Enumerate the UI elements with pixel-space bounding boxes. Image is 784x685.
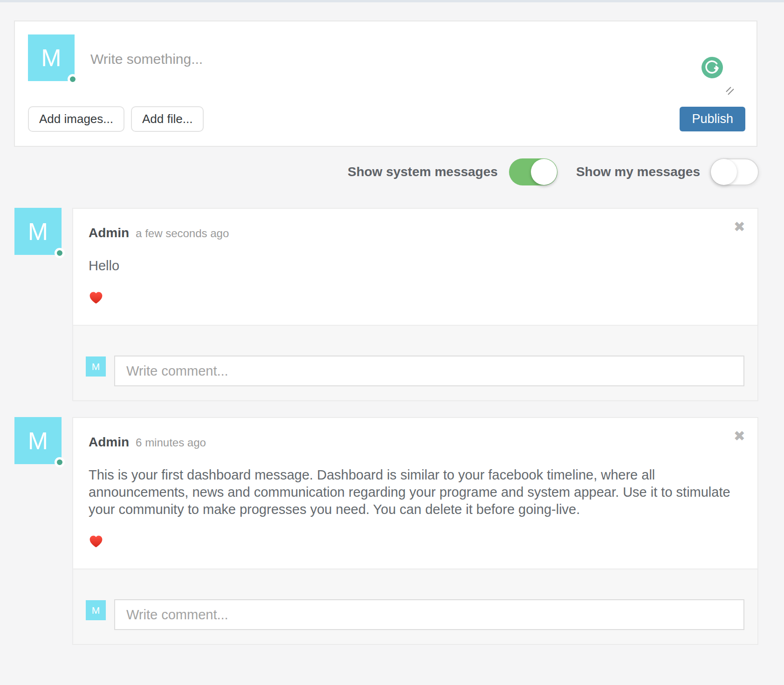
avatar-initial: M xyxy=(28,218,48,246)
post-timestamp: 6 minutes ago xyxy=(136,436,206,449)
write-comment-input[interactable] xyxy=(114,599,744,630)
show-my-messages-toggle[interactable] xyxy=(710,158,759,185)
avatar-initial: M xyxy=(92,605,100,616)
post-avatar-column: M xyxy=(14,417,62,464)
show-system-messages-toggle[interactable] xyxy=(509,158,557,185)
post-avatar-column: M xyxy=(14,208,62,255)
add-file-button[interactable]: Add file... xyxy=(131,106,204,132)
post-header: Admin 6 minutes ago xyxy=(89,435,731,450)
presence-dot xyxy=(55,457,65,467)
publish-button[interactable]: Publish xyxy=(680,107,745,131)
post-timestamp: a few seconds ago xyxy=(136,227,229,240)
top-divider xyxy=(0,0,784,2)
post-item: M Admin 6 minutes ago ✖ This is your fir… xyxy=(14,417,758,645)
heart-emoji[interactable] xyxy=(89,534,103,548)
post-text: Hello xyxy=(89,257,731,274)
close-icon[interactable]: ✖ xyxy=(734,429,745,443)
comment-bar: M xyxy=(73,325,757,400)
composer-footer: Add images... Add file... Publish xyxy=(28,106,745,132)
toggle-knob xyxy=(531,159,557,185)
close-icon[interactable]: ✖ xyxy=(734,220,745,234)
comment-avatar: M xyxy=(86,356,106,377)
post-card: Admin a few seconds ago ✖ Hello M xyxy=(72,208,758,401)
avatar-initial: M xyxy=(41,44,61,72)
heart-emoji[interactable] xyxy=(89,290,103,304)
composer-card: M Add images... Add file... Publish xyxy=(14,21,757,147)
attach-buttons: Add images... Add file... xyxy=(28,106,204,132)
grammarly-icon[interactable] xyxy=(701,57,723,78)
post-body: Admin a few seconds ago ✖ Hello xyxy=(73,209,757,325)
post-item: M Admin a few seconds ago ✖ Hello xyxy=(14,208,758,401)
avatar: M xyxy=(14,417,62,464)
write-comment-input[interactable] xyxy=(114,356,744,386)
show-system-messages-label: Show system messages xyxy=(348,164,498,179)
resize-handle-icon[interactable] xyxy=(725,86,735,96)
post-text: This is your first dashboard message. Da… xyxy=(89,466,731,518)
post-author: Admin xyxy=(89,435,129,450)
avatar-initial: M xyxy=(92,361,100,372)
presence-dot xyxy=(68,74,78,84)
show-my-messages-label: Show my messages xyxy=(576,164,700,179)
avatar: M xyxy=(28,34,75,81)
post-author: Admin xyxy=(89,226,129,240)
message-filters: Show system messages Show my messages xyxy=(0,158,759,185)
avatar-initial: M xyxy=(28,427,48,455)
avatar: M xyxy=(14,208,62,255)
post-body: Admin 6 minutes ago ✖ This is your first… xyxy=(73,418,757,569)
presence-dot xyxy=(55,248,65,258)
post-header: Admin a few seconds ago xyxy=(89,226,731,240)
post-card: Admin 6 minutes ago ✖ This is your first… xyxy=(72,417,758,645)
add-images-button[interactable]: Add images... xyxy=(28,106,124,132)
comment-bar: M xyxy=(73,569,757,644)
toggle-knob xyxy=(711,159,737,185)
write-something-input[interactable] xyxy=(86,45,659,105)
comment-avatar: M xyxy=(86,600,106,620)
